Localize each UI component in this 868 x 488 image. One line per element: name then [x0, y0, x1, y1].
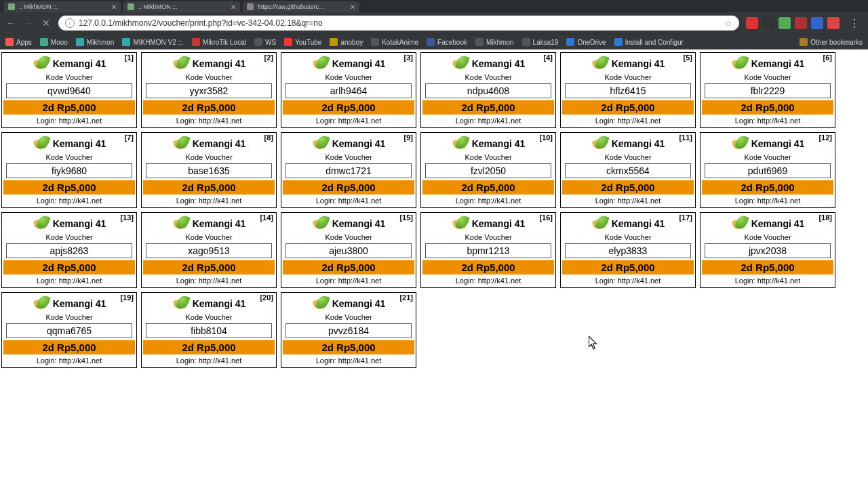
voucher-header: Kemangi 41	[421, 213, 555, 235]
voucher-card: [3]Kemangi 41Kode Voucherarlh94642d Rp5,…	[281, 52, 416, 128]
extension-icon[interactable]	[778, 17, 791, 29]
tab-close-icon[interactable]: ✕	[350, 3, 355, 11]
voucher-login: Login: http://k41.net	[561, 115, 695, 127]
bookmark-favicon-icon	[566, 38, 574, 46]
bookmark-item[interactable]: Mooo	[40, 38, 68, 46]
voucher-code: qqma6765	[6, 323, 132, 338]
voucher-code: jpvx2038	[705, 243, 831, 258]
bookmark-item[interactable]: KotakAnime	[371, 38, 418, 46]
extension-icon[interactable]	[746, 17, 758, 29]
voucher-card: [11]Kemangi 41Kode Voucherckmx55642d Rp5…	[560, 132, 696, 208]
voucher-label: Kode Voucher	[142, 153, 276, 161]
browser-tab[interactable]: https://raw.githubuserc…✕	[243, 1, 359, 12]
bookmark-item[interactable]: Laksa19	[522, 38, 559, 46]
voucher-brand: Kemangi 41	[332, 298, 386, 309]
voucher-header: Kemangi 41	[281, 213, 416, 235]
brand-logo-icon	[731, 216, 747, 232]
voucher-code: fblr2229	[705, 83, 831, 98]
voucher-code: dmwc1721	[285, 163, 412, 178]
tab-title: .: MikhMON ::.	[19, 3, 58, 10]
bookmark-favicon-icon	[427, 38, 435, 46]
other-bookmarks-folder[interactable]: Other bookmarks	[800, 38, 863, 46]
brand-logo-icon	[312, 296, 328, 312]
extension-icon[interactable]	[762, 17, 774, 29]
brand-logo-icon	[312, 136, 328, 152]
voucher-header: Kemangi 41	[701, 133, 835, 155]
bookmark-item[interactable]: YouTube	[284, 38, 321, 46]
back-button[interactable]: ←	[5, 18, 16, 28]
tab-close-icon[interactable]: ✕	[111, 3, 117, 11]
voucher-login: Login: http://k41.net	[2, 115, 136, 127]
voucher-card: [14]Kemangi 41Kode Voucherxago95132d Rp5…	[141, 212, 277, 288]
bookmark-item[interactable]: Facebook	[427, 38, 467, 46]
brand-logo-icon	[591, 136, 608, 152]
bookmark-item[interactable]: WS	[254, 38, 276, 46]
bookmark-item[interactable]: Apps	[5, 38, 32, 46]
browser-tab[interactable]: .: MikhMON ::.✕	[4, 1, 121, 12]
browser-tab[interactable]: .: MikhMON ::.✕	[123, 1, 240, 12]
bookmark-star-icon[interactable]: ☆	[724, 18, 732, 28]
voucher-code: qvwd9640	[6, 83, 132, 98]
stop-reload-button[interactable]: ✕	[41, 18, 52, 28]
voucher-brand: Kemangi 41	[193, 218, 246, 229]
forward-button[interactable]: →	[23, 18, 34, 28]
voucher-label: Kode Voucher	[561, 233, 695, 241]
voucher-price: 2d Rp5,000	[283, 100, 414, 115]
voucher-code: pdut6969	[705, 163, 831, 178]
bookmark-item[interactable]: anoboy	[330, 38, 363, 46]
bookmark-item[interactable]: MikroTik Local	[192, 38, 246, 46]
voucher-brand: Kemangi 41	[332, 58, 386, 69]
voucher-price: 2d Rp5,000	[283, 260, 414, 274]
voucher-price: 2d Rp5,000	[562, 100, 694, 115]
voucher-price: 2d Rp5,000	[562, 260, 694, 274]
bookmark-item[interactable]: MIKHMON V2 ::.	[122, 38, 183, 46]
voucher-login: Login: http://k41.net	[142, 274, 276, 287]
bookmarks-bar: AppsMoooMikhmonMIKHMON V2 ::.MikroTik Lo…	[0, 34, 868, 49]
bookmark-favicon-icon	[284, 38, 292, 46]
voucher-card: [5]Kemangi 41Kode Voucherhflz64152d Rp5,…	[560, 52, 696, 128]
bookmark-item[interactable]: Install and Configur	[614, 38, 684, 46]
voucher-card: [4]Kemangi 41Kode Voucherndpu46082d Rp5,…	[420, 52, 556, 128]
bookmark-item[interactable]: Mikhmon	[76, 38, 115, 46]
voucher-price: 2d Rp5,000	[562, 180, 694, 195]
extension-icon[interactable]	[827, 17, 840, 29]
voucher-login: Login: http://k41.net	[2, 195, 136, 207]
voucher-code: arlh9464	[285, 83, 412, 98]
voucher-price: 2d Rp5,000	[3, 260, 135, 274]
voucher-login: Login: http://k41.net	[421, 115, 555, 127]
voucher-price: 2d Rp5,000	[3, 340, 135, 354]
other-bookmarks-label: Other bookmarks	[810, 39, 863, 46]
voucher-number: [17]	[679, 214, 692, 222]
bookmark-label: MikroTik Local	[203, 39, 246, 46]
voucher-label: Kode Voucher	[421, 73, 555, 81]
extension-icon[interactable]	[811, 17, 823, 29]
site-info-icon[interactable]: i	[65, 18, 75, 28]
voucher-header: Kemangi 41	[561, 213, 695, 235]
voucher-header: Kemangi 41	[281, 293, 416, 314]
browser-toolbar: ← → ✕ i 127.0.0.1/mikhmonv2/voucher/prin…	[0, 12, 868, 34]
voucher-price: 2d Rp5,000	[283, 180, 414, 195]
voucher-brand: Kemangi 41	[751, 58, 805, 69]
voucher-card: [17]Kemangi 41Kode Voucherelyp38332d Rp5…	[560, 212, 696, 288]
voucher-code: xago9513	[146, 243, 272, 258]
voucher-number: [10]	[539, 134, 553, 142]
bookmark-item[interactable]: Mikhmon	[475, 38, 514, 46]
extension-icon[interactable]	[795, 17, 807, 29]
bookmark-favicon-icon	[254, 38, 262, 46]
brand-logo-icon	[172, 296, 189, 312]
voucher-number: [12]	[818, 134, 832, 142]
brand-logo-icon	[312, 216, 328, 232]
voucher-brand: Kemangi 41	[751, 218, 805, 229]
tab-title: https://raw.githubuserc…	[258, 3, 325, 10]
brand-logo-icon	[33, 296, 49, 312]
tab-close-icon[interactable]: ✕	[231, 3, 236, 11]
bookmark-label: Facebook	[437, 39, 467, 46]
voucher-number: [14]	[260, 214, 273, 222]
chrome-menu-button[interactable]: ⋮	[846, 17, 863, 30]
bookmark-item[interactable]: OneDrive	[566, 38, 606, 46]
address-bar[interactable]: i 127.0.0.1/mikhmonv2/voucher/print.php?…	[58, 16, 739, 30]
voucher-brand: Kemangi 41	[612, 218, 665, 229]
browser-tabstrip: .: MikhMON ::.✕.: MikhMON ::.✕https://ra…	[0, 0, 868, 12]
voucher-label: Kode Voucher	[701, 153, 835, 161]
url-text: 127.0.0.1/mikhmonv2/voucher/print.php?id…	[79, 18, 323, 28]
